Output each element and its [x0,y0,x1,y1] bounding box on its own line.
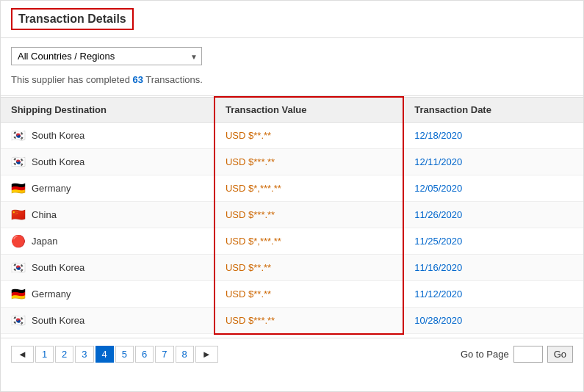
transaction-value: USD $**.** [226,288,271,300]
col-header-destination: Shipping Destination [1,97,215,123]
transaction-date: 11/12/2020 [414,288,462,300]
next-page-button[interactable]: ► [195,346,218,363]
country-select[interactable]: All Countries / RegionsSouth KoreaGerman… [11,47,202,65]
date-cell: 11/12/2020 [403,281,583,308]
transaction-value: USD $*,***.** [226,183,281,194]
country-flag: 🇩🇪 [11,287,26,301]
filter-section: All Countries / RegionsSouth KoreaGerman… [1,38,583,96]
country-flag: 🇰🇷 [11,313,26,327]
country-flag: 🇨🇳 [11,208,26,222]
country-flag: 🇰🇷 [11,155,26,169]
transaction-date: 11/25/2020 [414,236,462,247]
page-number-input[interactable] [513,346,543,363]
date-cell: 10/28/2020 [403,308,583,334]
transaction-date: 10/28/2020 [414,315,462,326]
page-header: Transaction Details [1,1,583,38]
date-cell: 11/16/2020 [403,255,583,281]
table-row: 🇩🇪GermanyUSD $*,***.**12/05/2020 [1,175,583,202]
page-number-button[interactable]: 7 [155,346,173,363]
transaction-value: USD $**.** [226,262,271,273]
page-wrapper: Transaction Details All Countries / Regi… [0,0,584,392]
table-row: 🔴JapanUSD $*,***.**11/25/2020 [1,228,583,255]
destination-cell: 🇩🇪Germany [1,175,215,202]
transaction-suffix: Transactions. [143,74,203,85]
transaction-value: USD $***.** [226,315,275,326]
go-to-page-label: Go to Page [461,349,509,360]
value-cell: USD $***.** [215,202,403,228]
destination-cell: 🇰🇷South Korea [1,149,215,175]
date-cell: 12/18/2020 [403,123,583,149]
destination-cell: 🇰🇷South Korea [1,308,215,334]
date-cell: 11/26/2020 [403,202,583,228]
page-number-button[interactable]: 5 [115,346,134,363]
country-name: South Korea [32,315,84,326]
pagination-left: ◄ 12345678 ► [11,346,218,363]
transaction-date: 12/05/2020 [414,183,462,194]
value-cell: USD $*,***.** [215,228,403,255]
country-flag: 🔴 [11,234,26,248]
country-name: South Korea [32,262,84,273]
value-cell: USD $**.** [215,123,403,149]
transaction-value: USD $***.** [226,209,275,220]
table-row: 🇰🇷South KoreaUSD $***.**10/28/2020 [1,308,583,334]
page-title: Transaction Details [11,8,134,30]
country-name: China [32,209,57,220]
transaction-info: This supplier has completed 63 Transacti… [11,71,573,91]
destination-cell: 🇩🇪Germany [1,281,215,308]
transaction-date: 11/26/2020 [414,209,462,220]
page-number-button[interactable]: 8 [176,346,194,363]
country-name: Germany [32,183,71,194]
filter-row: All Countries / RegionsSouth KoreaGerman… [11,47,573,65]
country-name: Germany [32,288,71,300]
col-header-date: Transaction Date [403,97,583,123]
value-cell: USD $**.** [215,255,403,281]
country-flag: 🇩🇪 [11,181,26,195]
transaction-date: 11/16/2020 [414,262,462,273]
page-number-button[interactable]: 3 [75,346,93,363]
country-name: South Korea [32,130,84,141]
country-name: South Korea [32,156,84,167]
pagination-right: Go to Page Go [461,346,573,363]
transaction-count-link[interactable]: 63 [132,74,143,85]
page-number-button[interactable]: 6 [135,346,154,363]
destination-cell: 🇰🇷South Korea [1,123,215,149]
value-cell: USD $**.** [215,281,403,308]
value-cell: USD $***.** [215,308,403,334]
page-number-button[interactable]: 2 [55,346,73,363]
country-name: Japan [32,236,57,247]
value-cell: USD $***.** [215,149,403,175]
country-select-wrapper[interactable]: All Countries / RegionsSouth KoreaGerman… [11,47,202,65]
table-header-row: Shipping Destination Transaction Value T… [1,97,583,123]
country-flag: 🇰🇷 [11,128,26,142]
prev-page-button[interactable]: ◄ [11,346,34,363]
table-row: 🇰🇷South KoreaUSD $**.**11/16/2020 [1,255,583,281]
transaction-date: 12/11/2020 [414,156,462,167]
destination-cell: 🇰🇷South Korea [1,255,215,281]
table-row: 🇩🇪GermanyUSD $**.**11/12/2020 [1,281,583,308]
go-button[interactable]: Go [547,346,573,363]
pagination-bar: ◄ 12345678 ► Go to Page Go [1,338,583,370]
date-cell: 12/11/2020 [403,149,583,175]
value-cell: USD $*,***.** [215,175,403,202]
country-flag: 🇰🇷 [11,261,26,275]
table-row: 🇰🇷South KoreaUSD $***.**12/11/2020 [1,149,583,175]
table-row: 🇰🇷South KoreaUSD $**.**12/18/2020 [1,123,583,149]
page-number-button[interactable]: 1 [35,346,54,363]
transactions-table: Shipping Destination Transaction Value T… [1,96,583,335]
date-cell: 12/05/2020 [403,175,583,202]
transaction-value: USD $**.** [226,130,271,141]
transaction-value: USD $***.** [226,156,275,167]
destination-cell: 🇨🇳China [1,202,215,228]
transaction-prefix: This supplier has completed [11,74,132,85]
page-number-button[interactable]: 4 [95,346,114,363]
transaction-date: 12/18/2020 [414,130,462,141]
table-row: 🇨🇳ChinaUSD $***.**11/26/2020 [1,202,583,228]
col-header-value: Transaction Value [215,97,403,123]
date-cell: 11/25/2020 [403,228,583,255]
destination-cell: 🔴Japan [1,228,215,255]
transaction-value: USD $*,***.** [226,236,281,247]
